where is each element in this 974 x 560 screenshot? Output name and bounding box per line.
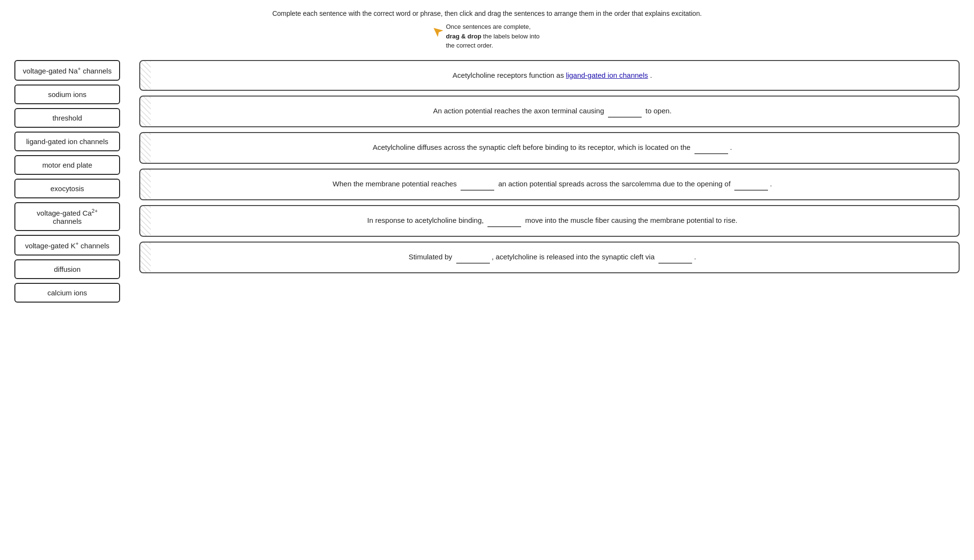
blank xyxy=(608,105,642,118)
word-chip-voltage-gated-ca[interactable]: voltage-gated Ca2+ channels xyxy=(14,202,120,231)
word-chip-threshold[interactable]: threshold xyxy=(14,108,120,128)
sentence-card-s1[interactable]: Acetylcholine receptors function as liga… xyxy=(139,60,960,91)
word-chip-calcium-ions[interactable]: calcium ions xyxy=(14,283,120,303)
sentence-card-s5[interactable]: In response to acetylcholine binding, mo… xyxy=(139,205,960,237)
word-chip-diffusion[interactable]: diffusion xyxy=(14,259,120,279)
drag-hint-text: Once sentences are complete, drag & drop… xyxy=(446,22,542,50)
word-chip-exocytosis[interactable]: exocytosis xyxy=(14,179,120,198)
blank xyxy=(461,178,494,191)
main-layout: voltage-gated Na+ channelssodium ionsthr… xyxy=(14,60,960,303)
blank xyxy=(487,215,521,227)
word-chip-voltage-gated-na[interactable]: voltage-gated Na+ channels xyxy=(14,60,120,81)
word-chip-ligand-gated-ion-channels[interactable]: ligand-gated ion channels xyxy=(14,132,120,151)
sentence-card-s2[interactable]: An action potential reaches the axon ter… xyxy=(139,96,960,127)
word-chip-sodium-ions[interactable]: sodium ions xyxy=(14,85,120,104)
drag-hint-container: ➤ Once sentences are complete, drag & dr… xyxy=(14,22,960,50)
sentence-card-s6[interactable]: Stimulated by , acetylcholine is release… xyxy=(139,242,960,273)
blank xyxy=(734,178,768,191)
filled-answer: ligand-gated ion channels xyxy=(566,71,648,79)
instructions-text: Complete each sentence with the correct … xyxy=(14,10,960,17)
word-chip-voltage-gated-k[interactable]: voltage-gated K+ channels xyxy=(14,235,120,256)
sentence-card-s4[interactable]: When the membrane potential reaches an a… xyxy=(139,169,960,200)
sentences-area: Acetylcholine receptors function as liga… xyxy=(139,60,960,273)
blank xyxy=(456,251,490,264)
blank xyxy=(658,251,692,264)
word-chip-motor-end-plate[interactable]: motor end plate xyxy=(14,155,120,175)
word-bank: voltage-gated Na+ channelssodium ionsthr… xyxy=(14,60,120,303)
blank xyxy=(694,142,728,154)
sentence-card-s3[interactable]: Acetylcholine diffuses across the synapt… xyxy=(139,132,960,164)
arrow-icon: ➤ xyxy=(428,21,447,40)
